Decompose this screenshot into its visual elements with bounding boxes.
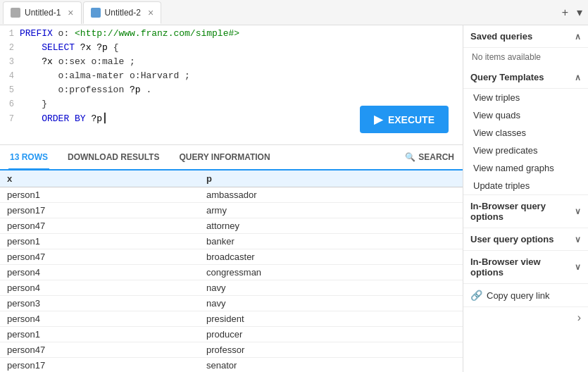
table-cell: person4 [0, 280, 199, 296]
table-header-row: x p [0, 170, 463, 187]
line-content-1: PREFIX o: <http://www.franz.com/simple#> [20, 28, 239, 39]
line-num-6: 6 [0, 99, 20, 109]
copy-link-label: Copy query link [487, 290, 550, 301]
tab-close-1[interactable]: × [68, 7, 73, 18]
tab-icon-2 [91, 8, 101, 18]
line-num-7: 7 [0, 114, 20, 124]
line-content-7: ORDER BY ?p┃ [20, 113, 108, 124]
search-button[interactable]: 🔍 SEARCH [405, 152, 454, 162]
user-query-label: User query options [470, 234, 553, 244]
line-num-5: 5 [0, 85, 20, 95]
table-cell: person4 [0, 311, 199, 327]
table-row: person3navy [0, 296, 463, 311]
template-item[interactable]: View named graphs [463, 159, 588, 177]
results-table-wrap[interactable]: x p person1ambassadorperson17armyperson4… [0, 170, 463, 372]
table-cell: person47 [0, 249, 199, 265]
code-line-2: 2 SELECT ?x ?p { [0, 42, 463, 56]
saved-queries-chevron: ∧ [575, 32, 581, 42]
execute-button[interactable]: ▶ EXECUTE [360, 106, 449, 133]
table-cell: person4 [0, 265, 199, 280]
in-browser-query-chevron: ∨ [575, 206, 581, 216]
table-row: person4congressman [0, 265, 463, 280]
table-cell: person3 [0, 296, 199, 311]
table-cell: army [199, 203, 463, 218]
tab-close-2[interactable]: × [148, 7, 154, 18]
no-items-label: No items available [463, 48, 588, 66]
col-header-x: x [0, 170, 199, 187]
query-templates-label: Query Templates [470, 72, 544, 82]
table-cell: president [199, 311, 463, 327]
results-table: x p person1ambassadorperson17armyperson4… [0, 170, 463, 372]
user-query-chevron: ∨ [575, 235, 581, 244]
play-icon: ▶ [374, 113, 382, 126]
template-item[interactable]: View classes [463, 124, 588, 142]
line-num-2: 2 [0, 43, 20, 53]
row-count[interactable]: 13 ROWS [8, 146, 49, 170]
editor-panel: 1 PREFIX o: <http://www.franz.com/simple… [0, 25, 463, 372]
user-query-header[interactable]: User query options ∨ [463, 228, 588, 250]
table-cell: attorney [199, 218, 463, 234]
line-content-5: o:profession ?p . [20, 85, 151, 95]
table-cell: person17 [0, 203, 199, 218]
table-row: person47attorney [0, 218, 463, 234]
table-row: person1producer [0, 327, 463, 342]
table-cell: person17 [0, 358, 199, 373]
line-num-4: 4 [0, 71, 20, 81]
table-cell: banker [199, 234, 463, 249]
line-num-3: 3 [0, 57, 20, 67]
table-cell: ambassador [199, 187, 463, 203]
table-cell: senator [199, 358, 463, 373]
code-line-4: 4 o:alma-mater o:Harvard ; [0, 70, 463, 85]
line-content-2: SELECT ?x ?p { [20, 42, 118, 53]
tab-untitled-1[interactable]: Untitled-1 × [3, 1, 82, 24]
sidebar: Saved queries ∧ No items available Query… [463, 25, 588, 372]
table-row: person1ambassador [0, 187, 463, 203]
search-icon: 🔍 [405, 152, 415, 162]
query-information-tab[interactable]: QUERY INFORMATION [177, 145, 271, 169]
tab-menu-button[interactable]: ▾ [574, 4, 585, 20]
table-row: person4president [0, 311, 463, 327]
sidebar-expand-button[interactable]: › [577, 311, 581, 324]
code-line-5: 5 o:profession ?p . [0, 85, 463, 99]
table-cell: navy [199, 280, 463, 296]
table-cell: navy [199, 296, 463, 311]
query-templates-header[interactable]: Query Templates ∧ [463, 66, 588, 89]
template-item[interactable]: Update triples [463, 177, 588, 194]
template-item[interactable]: View triples [463, 89, 588, 106]
add-tab-button[interactable]: + [559, 4, 571, 20]
in-browser-query-label: In-Browser query options [470, 201, 575, 222]
tab-actions: + ▾ [559, 4, 585, 20]
in-browser-view-header[interactable]: In-Browser view options ∨ [463, 250, 588, 283]
saved-queries-header[interactable]: Saved queries ∧ [463, 25, 588, 48]
line-num-1: 1 [0, 29, 20, 39]
code-editor[interactable]: 1 PREFIX o: <http://www.franz.com/simple… [0, 25, 463, 145]
table-row: person1banker [0, 234, 463, 249]
template-item[interactable]: View quads [463, 106, 588, 124]
table-cell: person1 [0, 187, 199, 203]
sidebar-footer: › [463, 306, 588, 328]
execute-label: EXECUTE [388, 114, 434, 125]
template-item[interactable]: View predicates [463, 142, 588, 159]
table-row: person4navy [0, 280, 463, 296]
table-cell: person47 [0, 342, 199, 358]
col-header-p: p [199, 170, 463, 187]
in-browser-view-label: In-Browser view options [470, 256, 575, 278]
tab-label-1: Untitled-1 [25, 8, 61, 18]
code-line-3: 3 ?x o:sex o:male ; [0, 56, 463, 70]
table-row: person47broadcaster [0, 249, 463, 265]
results-bar: 13 ROWS DOWNLOAD RESULTS QUERY INFORMATI… [0, 145, 463, 170]
copy-query-link[interactable]: 🔗 Copy query link [463, 283, 588, 306]
line-content-3: ?x o:sex o:male ; [20, 56, 135, 67]
in-browser-query-header[interactable]: In-Browser query options ∨ [463, 194, 588, 228]
in-browser-view-chevron: ∨ [575, 262, 581, 272]
table-row: person17army [0, 203, 463, 218]
table-cell: broadcaster [199, 249, 463, 265]
tab-untitled-2[interactable]: Untitled-2 × [83, 1, 162, 24]
code-line-1: 1 PREFIX o: <http://www.franz.com/simple… [0, 28, 463, 42]
query-templates-chevron: ∧ [575, 73, 581, 82]
tab-label-2: Untitled-2 [105, 8, 141, 18]
table-cell: person1 [0, 234, 199, 249]
main-area: 1 PREFIX o: <http://www.franz.com/simple… [0, 25, 588, 372]
download-results-tab[interactable]: DOWNLOAD RESULTS [66, 145, 161, 169]
table-cell: professor [199, 342, 463, 358]
